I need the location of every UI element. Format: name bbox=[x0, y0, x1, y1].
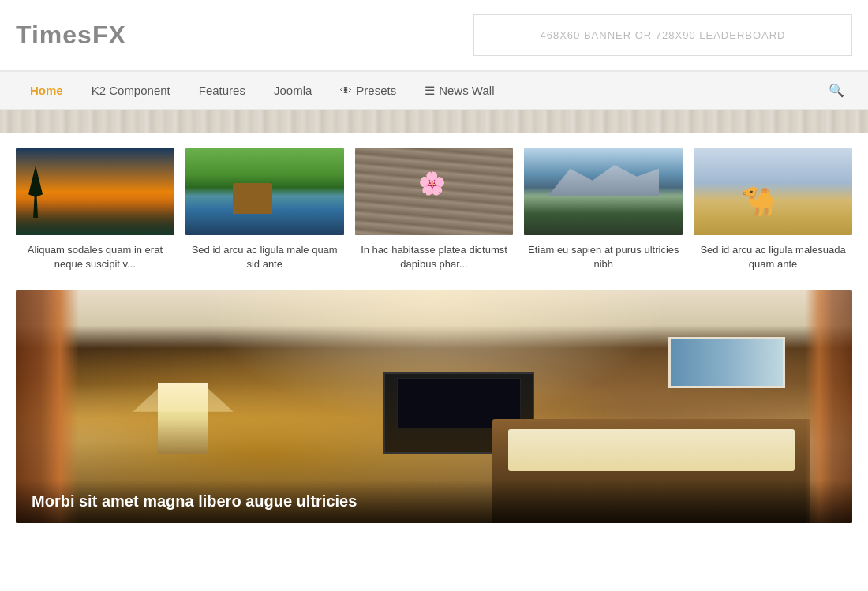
nav-item-newswall[interactable]: ☰ News Wall bbox=[410, 73, 508, 109]
bed-pillows bbox=[508, 429, 795, 471]
wall-art bbox=[668, 337, 785, 388]
thumbnails-row: Aliquam sodales quam in erat neque susci… bbox=[16, 148, 852, 271]
logo: TimesFX bbox=[16, 21, 126, 50]
nav-item-features[interactable]: Features bbox=[185, 73, 260, 108]
menu-icon: ☰ bbox=[425, 84, 435, 98]
thumb-image-2 bbox=[185, 148, 344, 235]
header: TimesFX 468x60 Banner or 728x90 Leaderbo… bbox=[0, 0, 868, 70]
nav-item-home[interactable]: Home bbox=[16, 73, 77, 108]
nav-item-k2[interactable]: K2 Component bbox=[77, 73, 185, 108]
thumbnails-section: Aliquam sodales quam in erat neque susci… bbox=[0, 133, 868, 279]
thumb-image-5 bbox=[694, 148, 852, 235]
thumb-item-3[interactable]: In hac habitasse platea dictumst dapibus… bbox=[355, 148, 514, 271]
hero-section[interactable]: Morbi sit amet magna libero augue ultric… bbox=[16, 290, 852, 523]
thumb-caption-3: In hac habitasse platea dictumst dapibus… bbox=[355, 243, 514, 271]
thumb-caption-2: Sed id arcu ac ligula male quam sid ante bbox=[185, 243, 344, 271]
nav-item-presets[interactable]: 👁 Presets bbox=[326, 73, 410, 108]
thumb-item-2[interactable]: Sed id arcu ac ligula male quam sid ante bbox=[185, 148, 344, 271]
hero-overlay: Morbi sit amet magna libero augue ultric… bbox=[16, 480, 852, 523]
thumb-caption-4: Etiam eu sapien at purus ultricies nibh bbox=[524, 243, 683, 271]
thumb-image-3 bbox=[355, 148, 514, 235]
thumb-item-5[interactable]: Sed id arcu ac ligula malesuada quam ant… bbox=[694, 148, 852, 271]
thumb-caption-5: Sed id arcu ac ligula malesuada quam ant… bbox=[694, 243, 852, 271]
search-button[interactable]: 🔍 bbox=[821, 72, 852, 109]
thumb-item-4[interactable]: Etiam eu sapien at purus ultricies nibh bbox=[524, 148, 683, 271]
wood-texture-bar bbox=[0, 110, 868, 133]
lamp bbox=[158, 383, 208, 454]
search-icon: 🔍 bbox=[829, 84, 844, 97]
hero-title: Morbi sit amet magna libero augue ultric… bbox=[32, 492, 836, 511]
thumb-caption-1: Aliquam sodales quam in erat neque susci… bbox=[16, 243, 174, 271]
thumb-image-4 bbox=[524, 148, 683, 235]
main-nav: Home K2 Component Features Joomla 👁 Pres… bbox=[0, 70, 868, 110]
thumb-item-1[interactable]: Aliquam sodales quam in erat neque susci… bbox=[16, 148, 174, 271]
eye-icon: 👁 bbox=[340, 84, 352, 97]
thumb-image-1 bbox=[16, 148, 174, 235]
nav-item-joomla[interactable]: Joomla bbox=[260, 73, 326, 108]
banner-ad: 468x60 Banner or 728x90 Leaderboard bbox=[473, 14, 852, 56]
